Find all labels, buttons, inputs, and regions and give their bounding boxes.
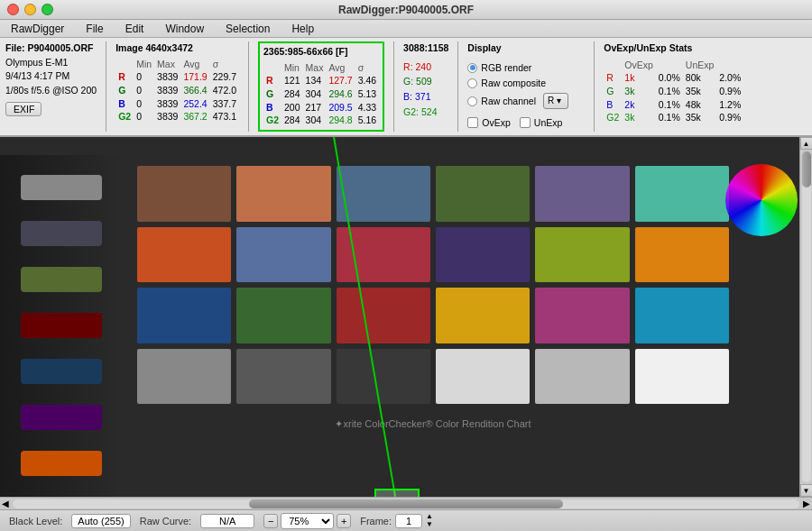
menu-selection[interactable]: Selection	[222, 23, 273, 35]
radio-channel-label: Raw channel	[481, 95, 536, 108]
titlebar: RawDigger:P9040005.ORF	[0, 0, 812, 20]
spool-darkblue	[21, 221, 102, 246]
h-scroll-track[interactable]	[13, 499, 799, 508]
checker-cell-3-2	[337, 349, 430, 405]
radio-composite-label: Raw composite	[481, 77, 546, 90]
zoom-select[interactable]: 75% 50% 100%	[281, 513, 334, 529]
radio-raw-composite[interactable]: Raw composite	[467, 77, 585, 90]
selection-stats-row-r: R 121 134 127.7 3.46	[263, 74, 379, 87]
frame-spinners[interactable]: ▲ ▼	[426, 513, 433, 528]
raw-curve-value[interactable]: N/A	[200, 514, 254, 528]
menu-file[interactable]: File	[82, 23, 106, 35]
minimize-button[interactable]	[24, 4, 36, 15]
scroll-down-button[interactable]: ▼	[800, 484, 813, 497]
maximize-button[interactable]	[42, 4, 53, 15]
checker-cell-0-1	[236, 166, 330, 222]
checker-cell-0-0	[137, 166, 231, 222]
h-scroll-thumb[interactable]	[249, 499, 564, 508]
frame-value[interactable]: 1	[395, 514, 422, 528]
ovexp-checkbox-row[interactable]: OvExp	[467, 116, 511, 130]
divider-4	[457, 41, 458, 132]
color-wheel	[725, 164, 798, 236]
checker-cell-1-0	[137, 227, 231, 283]
scroll-right-arrow[interactable]: ▶	[803, 499, 810, 508]
scroll-thumb[interactable]	[802, 151, 811, 188]
close-button[interactable]	[7, 4, 19, 15]
b-value: B: 371	[403, 90, 448, 104]
ovexp-stats-label: OvExp/UnExp Stats	[604, 41, 743, 55]
scroll-track[interactable]	[802, 151, 811, 482]
spool-red	[21, 313, 102, 338]
selection-stats-panel: 2365:985-66x66 [F] Min Max Avg σ R 121 1…	[258, 41, 384, 132]
vertical-scrollbar[interactable]: ▲ ▼	[799, 137, 812, 497]
checker-cell-1-3	[436, 227, 530, 283]
checker-cell-0-3	[436, 166, 530, 222]
radio-composite-circle[interactable]	[467, 78, 477, 88]
checker-cell-0-5	[635, 166, 729, 222]
checker-cell-2-5	[635, 288, 729, 343]
frame-down[interactable]: ▼	[426, 521, 433, 528]
menubar: RawDigger File Edit Window Selection Hel…	[0, 20, 812, 38]
ovexp-checkbox[interactable]	[467, 117, 478, 128]
color-checker-area: ✦xrite ColorChecker® Color Rendition Cha…	[126, 155, 740, 444]
scroll-up-button[interactable]: ▲	[800, 137, 813, 150]
image-stats-row-g2: G2 0 3839 367.2 473.1	[115, 110, 239, 124]
raw-curve-label: Raw Curve:	[140, 516, 191, 526]
spool-blue	[21, 359, 102, 384]
checker-cell-0-2	[337, 166, 430, 222]
bottom-bar: Black Level: Auto (255) Raw Curve: N/A −…	[0, 509, 812, 531]
unexp-label: UnExp	[534, 116, 563, 130]
checker-cell-3-4	[535, 349, 629, 405]
zoom-control[interactable]: − 75% 50% 100% +	[263, 513, 351, 529]
selection-rectangle[interactable]	[374, 489, 420, 497]
selection-stats-row-g2: G2 284 304 294.8 5.16	[263, 114, 379, 127]
ovexp-row-r: R 1k 0.0% 80k 2.0%	[604, 71, 743, 85]
radio-rgb-circle[interactable]	[467, 63, 477, 73]
black-level-label: Black Level:	[9, 516, 62, 526]
zoom-minus-button[interactable]: −	[263, 514, 278, 528]
frame-up[interactable]: ▲	[426, 513, 433, 520]
checker-cell-2-1	[236, 288, 330, 343]
ovexp-row-g: G 3k 0.1% 35k 0.9%	[604, 85, 743, 98]
radio-channel-circle[interactable]	[467, 96, 477, 106]
display-radio-group: RGB render Raw composite Raw channel R ▾	[467, 61, 585, 109]
radio-rgb[interactable]: RGB render	[467, 61, 585, 75]
spool-purple	[21, 405, 102, 430]
radio-raw-channel[interactable]: Raw channel R ▾	[467, 93, 585, 109]
menu-edit[interactable]: Edit	[122, 23, 148, 35]
unexp-checkbox[interactable]	[520, 117, 531, 128]
infobar: File: P9040005.ORF Olympus E-M1 9/4/13 4…	[0, 38, 812, 137]
image-stats-row-g: G 0 3839 366.4 472.0	[115, 84, 239, 97]
selection-stats-table: Min Max Avg σ R 121 134 127.7 3.46 G 284…	[263, 61, 379, 127]
exposure-label: 1/80s f/5.6 @ISO 200	[5, 84, 97, 97]
exif-button[interactable]: EXIF	[5, 102, 42, 116]
zoom-plus-button[interactable]: +	[337, 514, 351, 528]
image-stats-table: Min Max Avg σ R 0 3839 171.9 229.7 G 0 3…	[115, 58, 239, 124]
checker-cell-2-0	[137, 288, 231, 343]
divider-3	[393, 41, 394, 132]
date-label: 9/4/13 4:17 PM	[5, 69, 97, 83]
g2-value: G2: 524	[403, 105, 448, 119]
divider-2	[248, 41, 249, 132]
selection-stats-row-g: G 284 304 294.6 5.13	[263, 87, 379, 101]
menu-window[interactable]: Window	[161, 23, 208, 35]
unexp-checkbox-row[interactable]: UnExp	[520, 116, 563, 130]
image-stats-row-b: B 0 3839 252.4 337.7	[115, 97, 239, 111]
main-image-area[interactable]: ✦xrite ColorChecker® Color Rendition Cha…	[0, 137, 812, 497]
black-level-value[interactable]: Auto (255)	[71, 514, 130, 528]
channel-select[interactable]: R ▾	[543, 93, 568, 109]
ovexp-row-g2: G2 3k 0.1% 35k 0.9%	[604, 111, 743, 124]
menu-help[interactable]: Help	[288, 23, 318, 35]
horizontal-scrollbar[interactable]: ◀ ▶	[0, 497, 812, 509]
menu-rawdigger[interactable]: RawDigger	[7, 23, 68, 35]
checker-grid	[126, 155, 740, 415]
window-controls[interactable]	[7, 4, 53, 15]
r-value: R: 240	[403, 60, 448, 74]
ovexp-stats-panel: OvExp/UnExp Stats OvExp UnExp R 1k 0.0% …	[604, 41, 743, 132]
scroll-left-arrow[interactable]: ◀	[2, 499, 9, 508]
radio-rgb-label: RGB render	[481, 61, 531, 75]
image-stats-panel: Image 4640x3472 Min Max Avg σ R 0 3839 1…	[115, 41, 239, 132]
checker-cell-3-5	[635, 349, 729, 405]
frame-control: Frame: 1 ▲ ▼	[360, 513, 433, 528]
display-panel: Display RGB render Raw composite Raw cha…	[467, 41, 585, 132]
